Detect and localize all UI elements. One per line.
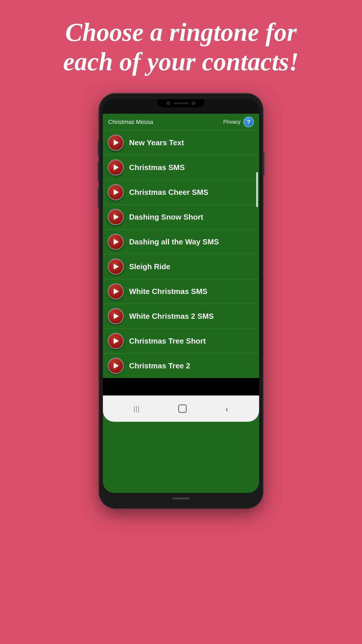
play-button-6[interactable] (108, 258, 124, 275)
list-item[interactable]: Christmas Tree 2 (103, 354, 259, 378)
play-button-8[interactable] (108, 308, 124, 324)
ringtone-name-3: Christmas Cheer SMS (129, 188, 208, 197)
play-button-5[interactable] (108, 234, 124, 250)
phone: Christmas Messa Privacy ? New Years Text… (99, 94, 263, 508)
ringtone-name-6: Sleigh Ride (129, 262, 171, 271)
phone-volume-up-button (98, 161, 99, 181)
ringtone-name-5: Dashing all the Way SMS (129, 237, 219, 246)
headline-line2: each of your contacts! (63, 48, 299, 76)
navigation-bar: ||| ‹ (103, 396, 259, 422)
help-button[interactable]: ? (243, 117, 254, 127)
back-button[interactable]: ‹ (225, 403, 229, 414)
play-button-1[interactable] (108, 134, 124, 151)
list-item[interactable]: White Christmas SMS (103, 279, 259, 304)
earpiece-speaker (174, 102, 188, 104)
play-button-7[interactable] (108, 283, 124, 300)
home-button[interactable] (178, 404, 187, 413)
recent-apps-button[interactable]: ||| (133, 404, 140, 413)
play-button-2[interactable] (108, 159, 124, 176)
ringtone-name-4: Dashing Snow Short (129, 213, 203, 222)
face-sensor (192, 102, 195, 105)
play-button-10[interactable] (108, 358, 124, 374)
play-button-9[interactable] (108, 333, 124, 349)
list-item[interactable]: Dashing all the Way SMS (103, 230, 259, 254)
ringtone-name-9: Christmas Tree Short (129, 337, 206, 346)
headline-line1: Choose a ringtone for (65, 18, 297, 46)
list-item[interactable]: Christmas SMS (103, 155, 259, 180)
phone-chin (103, 493, 259, 503)
screen-container: Christmas Messa Privacy ? New Years Text… (103, 114, 259, 493)
ringtone-name-8: White Christmas 2 SMS (129, 312, 214, 321)
phone-volume-down-button (98, 187, 99, 208)
ringtone-name-2: Christmas SMS (129, 163, 185, 172)
phone-power-button (263, 152, 264, 176)
privacy-link[interactable]: Privacy (223, 119, 240, 125)
front-camera (167, 102, 170, 105)
ringtone-name-10: Christmas Tree 2 (129, 361, 190, 370)
list-item[interactable]: Sleigh Ride (103, 254, 259, 279)
list-item[interactable]: Christmas Cheer SMS (103, 180, 259, 205)
play-button-3[interactable] (108, 184, 124, 200)
list-item[interactable]: White Christmas 2 SMS (103, 304, 259, 329)
list-item[interactable]: Dashing Snow Short (103, 205, 259, 230)
play-button-4[interactable] (108, 209, 124, 225)
list-item[interactable]: Christmas Tree Short (103, 329, 259, 354)
ringtone-list: New Years Text Christmas SMS Christmas C… (103, 130, 259, 378)
svg-rect-0 (179, 405, 186, 412)
phone-notch (158, 99, 204, 107)
phone-notch-area (103, 99, 259, 114)
screen-header: Christmas Messa Privacy ? (103, 114, 259, 130)
list-item[interactable]: New Years Text (103, 130, 259, 155)
phone-wrapper: Christmas Messa Privacy ? New Years Text… (0, 94, 362, 508)
ringtone-name-1: New Years Text (129, 138, 184, 147)
ringtone-name-7: White Christmas SMS (129, 287, 208, 296)
phone-volume-mute-button (98, 141, 99, 155)
chin-indicator (172, 498, 190, 499)
scrollbar[interactable] (256, 172, 258, 207)
header-right: Privacy ? (223, 117, 254, 127)
phone-screen: Christmas Messa Privacy ? New Years Text… (103, 114, 259, 493)
headline: Choose a ringtone for each of your conta… (0, 0, 362, 88)
app-title: Christmas Messa (108, 119, 153, 125)
